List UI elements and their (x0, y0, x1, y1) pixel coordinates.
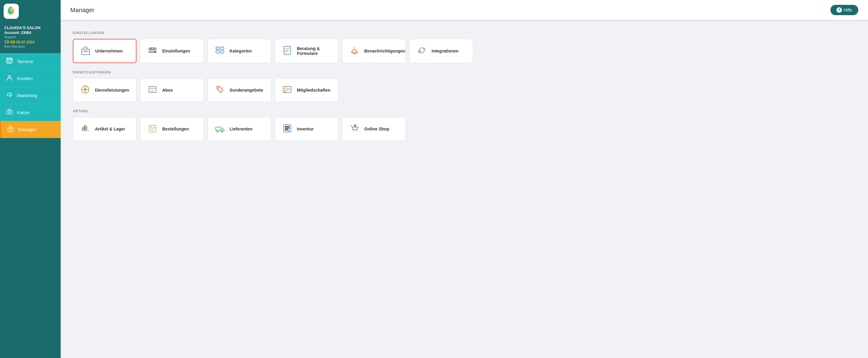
termine-label: Termine (17, 59, 33, 64)
artikel-lager-label: Artikel & Lager (95, 126, 125, 131)
abos-icon (147, 84, 158, 96)
svg-point-24 (154, 51, 156, 53)
einstellungen-grid: Unternehmen Einstellungen (73, 39, 856, 63)
section-label-artikel: ARTIKEL (73, 109, 856, 113)
card-einstellungen[interactable]: Einstellungen (140, 39, 204, 63)
support-label: Support (4, 35, 56, 39)
sidebar-item-manager[interactable]: Manager (0, 121, 61, 138)
manager-label: Manager (18, 127, 36, 132)
inventur-label: Inventur (297, 126, 314, 131)
svg-rect-11 (9, 62, 10, 62)
svg-point-78 (353, 130, 354, 131)
svg-point-67 (217, 131, 218, 132)
svg-point-37 (284, 52, 285, 53)
svg-point-52 (284, 88, 287, 91)
kategorien-label: Kategorien (229, 49, 252, 53)
sidebar-navigation: Termine Kunden Marketing (0, 53, 61, 358)
sidebar-item-marketing[interactable]: Marketing (0, 87, 61, 104)
time-display: 10:44 01.07.2024 (4, 39, 56, 44)
inventur-icon (282, 123, 293, 135)
svg-rect-59 (82, 127, 84, 130)
card-bestellungen[interactable]: Bestellungen (140, 117, 204, 141)
svg-rect-61 (149, 125, 156, 132)
benachrichtigungen-label: Benachrichtigungen (364, 49, 405, 53)
svg-point-36 (284, 50, 285, 51)
termine-icon (5, 57, 13, 65)
svg-line-50 (221, 86, 223, 88)
lieferanten-label: Lieferanten (229, 126, 252, 131)
page-title: Manager (70, 7, 94, 13)
marketing-icon (5, 91, 13, 99)
integrationen-label: Integrationen (432, 49, 459, 53)
logo-area (0, 0, 61, 23)
card-benachrichtigungen[interactable]: Benachrichtigungen (342, 39, 406, 63)
kasse-label: Kasse (17, 110, 30, 115)
svg-rect-28 (220, 51, 224, 53)
svg-point-14 (9, 112, 10, 113)
kasse-icon (5, 108, 13, 117)
main-content: Manager ? Hilfe EINSTELLUNGEN Unternehme… (61, 0, 868, 358)
sidebar-item-kasse[interactable]: Kasse (0, 104, 61, 121)
dienstleistungen-label: Dienstleistungen (95, 88, 129, 92)
artikel-lager-icon (80, 123, 91, 135)
lieferanten-icon (214, 123, 225, 135)
card-inventur[interactable]: Inventur (275, 117, 338, 141)
online-shop-label: Online Shop (364, 126, 389, 131)
account-label: Account: 23084 (4, 31, 56, 35)
card-artikel-lager[interactable]: Artikel & Lager (73, 117, 136, 141)
svg-rect-9 (11, 60, 11, 61)
user-info: CLAUDIA'S SALON Account: 23084 Support 1… (0, 23, 61, 52)
abos-label: Abos (162, 88, 173, 92)
card-unternehmen[interactable]: Unternehmen (73, 39, 136, 63)
beratung-icon (282, 45, 293, 57)
card-beratung[interactable]: Beratung & Formulare (275, 39, 338, 63)
svg-rect-13 (7, 111, 12, 114)
svg-rect-8 (9, 60, 10, 61)
svg-rect-26 (220, 47, 224, 50)
mitgliedschaften-icon (282, 84, 293, 96)
online-shop-icon (349, 123, 360, 135)
card-dienstleistungen[interactable]: Dienstleistungen (73, 78, 136, 102)
svg-rect-45 (149, 86, 156, 92)
kategorien-icon (214, 45, 225, 57)
kunden-icon (5, 74, 13, 83)
integrationen-icon (416, 45, 427, 57)
marketing-label: Marketing (17, 93, 37, 98)
svg-rect-20 (149, 48, 156, 50)
manager-content: EINSTELLUNGEN Unternehmen (61, 21, 868, 153)
unternehmen-icon (80, 45, 91, 57)
section-label-dienstleistungen: DIENSTLEISTUNGEN (73, 70, 856, 74)
card-integrationen[interactable]: Integrationen (409, 39, 473, 63)
logo-icon (4, 4, 19, 19)
topbar: Manager ? Hilfe (61, 0, 868, 20)
kunden-label: Kunden (17, 76, 33, 81)
salon-name: CLAUDIA'S SALON (4, 26, 56, 30)
svg-point-21 (150, 48, 152, 50)
svg-point-12 (8, 76, 11, 78)
card-abos[interactable]: Abos (140, 78, 204, 102)
svg-rect-16 (10, 129, 11, 130)
svg-rect-66 (216, 127, 221, 131)
manager-icon (7, 125, 14, 133)
einstellungen-icon (147, 45, 158, 57)
svg-point-55 (284, 91, 285, 92)
card-lieferanten[interactable]: Lieferanten (208, 117, 271, 141)
section-label-einstellungen: EINSTELLUNGEN (73, 31, 856, 35)
card-mitgliedschaften[interactable]: Mitgliedschaften (275, 78, 338, 102)
sidebar-item-kunden[interactable]: Kunden (0, 70, 61, 87)
mitgliedschaften-label: Mitgliedschaften (297, 88, 330, 92)
svg-point-2 (10, 8, 12, 10)
sidebar: CLAUDIA'S SALON Account: 23084 Support 1… (0, 0, 61, 358)
svg-rect-18 (84, 50, 87, 52)
svg-point-22 (153, 48, 155, 50)
hilfe-icon: ? (836, 7, 842, 13)
unternehmen-label: Unternehmen (95, 49, 123, 53)
card-online-shop[interactable]: Online Shop (342, 117, 406, 141)
card-sonderangebote[interactable]: Sonderangebote (208, 78, 271, 102)
sidebar-item-termine[interactable]: Termine (0, 53, 61, 70)
benachrichtigungen-icon (349, 45, 360, 57)
hilfe-button[interactable]: ? Hilfe (830, 5, 858, 15)
bestellungen-icon (147, 123, 158, 135)
svg-point-49 (218, 87, 219, 89)
card-kategorien[interactable]: Kategorien (208, 39, 271, 63)
